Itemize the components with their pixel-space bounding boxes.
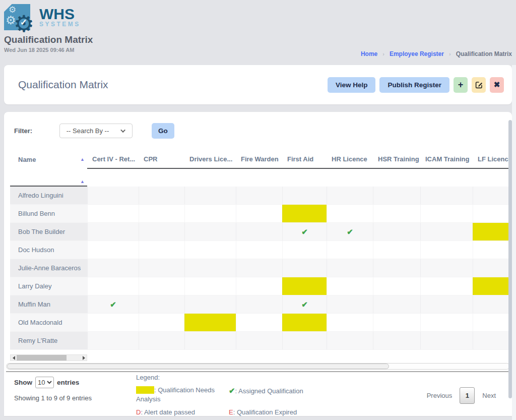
page-heading: Qualification Matrix [4,34,516,45]
table-horizontal-scrollbar-thumb[interactable] [7,364,389,369]
qualification-cell-cert-iv-ret: ✔ [87,295,139,313]
qualification-cell-drivers-lice [184,259,236,277]
column-header-fire-warden[interactable]: Fire Warden [236,150,282,169]
fixed-column-scrollbar-thumb[interactable] [17,355,67,361]
go-button[interactable]: Go [152,123,174,139]
employee-name-cell: Muffin Man [10,295,87,313]
scroll-right-icon[interactable] [81,355,87,361]
filter-label: Filter: [14,127,59,135]
search-by-value: -- Search By -- [67,127,109,135]
qualification-cell-fire-warden [236,259,282,277]
column-header-hr-licence[interactable]: HR Licence [327,150,373,169]
table-horizontal-scrollbar[interactable] [6,363,510,370]
check-icon: ✔ [229,386,235,395]
breadcrumb-home-link[interactable]: Home [361,50,377,57]
column-header-cpr[interactable]: CPR [139,150,184,169]
next-page-button[interactable]: Next [482,392,496,399]
table-row-bob-the-builder: Bob The Builder✔✔ [10,223,512,241]
assigned-check-icon: ✔ [301,227,308,236]
previous-page-button[interactable]: Previous [427,392,453,399]
qualification-cell-cpr [139,187,184,204]
qualification-cell-drivers-lice [184,314,236,331]
fixed-column-scrollbar[interactable] [10,354,87,361]
legend: Legend: : Qualification Needs Analysis ✔… [136,374,303,417]
qualification-cell-hr-licence: ✔ [327,223,373,241]
add-button[interactable]: + [454,77,468,93]
qualification-cell-first-aid [282,205,327,222]
close-button[interactable]: ✖ [490,77,504,93]
qualification-cell-hsr-training [373,223,420,241]
page-vertical-scrollbar-thumb[interactable] [508,120,512,398]
qualification-cell-hsr-training [373,241,420,259]
column-header-label: First Aid [287,155,313,163]
qualification-cell-cpr [139,241,184,259]
qualification-cell-fire-warden [236,205,282,222]
entries-per-page-select[interactable]: 10 [35,377,54,388]
title-card: Qualification Matrix View Help Publish R… [4,65,512,104]
qualification-cell-fire-warden [236,314,282,331]
column-header-cert-iv-ret[interactable]: Cert IV - Ret... [87,150,139,169]
qualification-cell-first-aid [282,187,327,204]
employee-name-cell: Remy L'Ratte [10,332,87,349]
qualification-cell-fire-warden [236,187,282,204]
yellow-swatch-icon [136,386,154,394]
view-help-button[interactable]: View Help [328,77,376,93]
qualification-cell-cpr [139,259,184,277]
table-row-alfredo-linguini: Alfredo Linguini [10,187,512,205]
column-header-hsr-training[interactable]: HSR Training [373,150,420,169]
qualification-cell-drivers-lice [184,223,236,241]
table-footer: Show 10 entries Showing 1 to 9 of 9 entr… [4,372,512,420]
entries-label: entries [57,379,79,386]
qualification-cell-first-aid [282,241,327,259]
qualification-cell-cpr [139,295,184,313]
show-label: Show [14,379,32,386]
scroll-left-icon[interactable] [11,355,17,361]
qualification-cell-first-aid [282,259,327,277]
qualification-cell-lf-licence [473,241,512,259]
employee-name-cell: Julie-Anne Baraceros [10,259,87,277]
qualification-cell-cpr [139,205,184,222]
fixed-column-header-clone[interactable]: ▲ [10,169,87,187]
table-row-julie-anne-baraceros: Julie-Anne Baraceros [10,259,512,277]
whs-logo: ⚙ ⚙ ⚙ ✓ [4,4,35,33]
qualification-cell-icam-training [420,205,473,222]
assigned-check-icon: ✔ [301,300,308,309]
qualification-cell-icam-training [420,314,473,331]
edit-button[interactable] [472,77,486,93]
qualification-cell-cpr [139,277,184,295]
qualification-cell-hr-licence [327,241,373,259]
table-row-muffin-man: Muffin Man✔✔ [10,295,512,314]
column-header-icam-training[interactable]: ICAM Training [420,150,473,169]
qualification-cell-cpr [139,314,184,331]
qualification-cell-lf-licence [473,295,512,313]
qualification-cell-icam-training [420,241,473,259]
page-vertical-scrollbar-track[interactable] [512,65,516,420]
column-header-name[interactable]: Name▲ [10,150,87,169]
breadcrumb-current: Qualification Matrix [456,50,512,57]
breadcrumb-separator-icon: › [449,51,451,57]
column-header-label: ICAM Training [425,155,469,163]
search-by-select[interactable]: -- Search By -- [59,124,133,138]
qualification-cell-icam-training [420,259,473,277]
column-header-label: CPR [144,155,157,163]
qualification-cell-cpr [139,223,184,241]
qualification-cell-drivers-lice [184,187,236,204]
qualification-cell-cert-iv-ret [87,241,139,259]
publish-register-button[interactable]: Publish Register [379,77,449,93]
column-header-lf-licence[interactable]: LF Licence [473,150,512,169]
check-icon: ✓ [20,17,27,28]
qualification-cell-hr-licence [327,277,373,295]
qualification-cell-hsr-training [373,314,420,331]
showing-entries-text: Showing 1 to 9 of 9 entries [14,394,92,402]
qualification-cell-lf-licence [473,187,512,204]
qualification-cell-drivers-lice [184,332,236,349]
page-1-button[interactable]: 1 [460,387,475,404]
qualification-cell-drivers-lice [184,295,236,313]
column-header-first-aid[interactable]: First Aid [282,150,327,169]
qualification-cell-icam-training [420,187,473,204]
column-header-drivers-lice[interactable]: Drivers Lice... [184,150,236,169]
qualification-cell-fire-warden [236,295,282,313]
breadcrumb-employee-register-link[interactable]: Employee Register [390,50,444,57]
qualification-cell-cert-iv-ret [87,314,139,331]
qualification-cell-hsr-training [373,187,420,204]
